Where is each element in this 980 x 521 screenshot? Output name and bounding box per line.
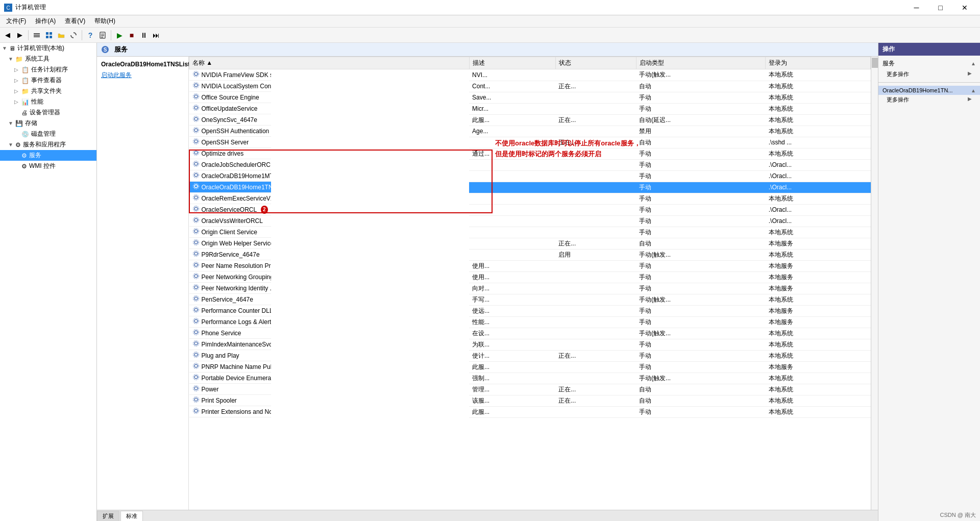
table-row[interactable]: OracleJobSchedulerORCL手动.\Oracl... [189,159,871,170]
table-row[interactable]: Plug and Play使计...正在...手动本地系统 [189,350,871,361]
table-row[interactable]: OfficeUpdateServiceMicr...手动本地系统 [189,103,871,114]
scrollbar-track[interactable] [871,57,878,510]
table-row[interactable]: Portable Device Enumerat...强制...手动(触发...… [189,373,871,384]
step-button[interactable]: ⏭ [151,30,162,41]
tab-standard[interactable]: 标准 [120,511,143,521]
table-row[interactable]: Power管理...正在...自动本地系统 [189,384,871,395]
right-panel-more-actions-1[interactable]: 更多操作 ▶ [878,69,980,79]
table-row[interactable]: P9RdrService_4647e启用手动(触发...本地系统 [189,249,871,260]
service-name-text: Power [202,386,219,393]
table-row[interactable]: OpenSSH Authentication ...Age...禁用本地系统 [189,126,871,137]
cell-desc: 使用... [469,260,555,271]
table-row[interactable]: PimIndexMaintenanceSvc_...为联...手动本地系统 [189,339,871,350]
col-status[interactable]: 状态 [555,57,636,69]
tree-performance[interactable]: ▷ 📊 性能 [0,96,96,107]
cell-desc [469,137,555,148]
cell-status [555,227,636,238]
table-row[interactable]: OracleOraDB19Home1TN...1手动.\Oracl... [189,182,871,193]
right-panel-divider-1 [878,82,980,83]
right-panel-more-actions-2[interactable]: 更多操作 ▶ [878,95,980,105]
tree-services-apps[interactable]: ▼ ⚙ 服务和应用程序 [0,139,96,150]
tree-root-label: 计算机管理(本地) [17,44,64,53]
tree-device-manager[interactable]: 🖨 设备管理器 [0,107,96,118]
right-panel-oracle-item[interactable]: OracleOraDB19Home1TN... ▲ [878,86,980,95]
menu-bar: 文件(F) 操作(A) 查看(V) 帮助(H) [0,15,980,28]
tree-storage[interactable]: ▼ 💾 存储 [0,118,96,129]
show-hide-button[interactable] [31,30,42,41]
svg-point-15 [194,72,198,76]
tree-system-tools[interactable]: ▼ 📁 系统工具 [0,54,96,64]
tree-services[interactable]: ⚙ 服务 [0,150,96,161]
table-row[interactable]: Peer Networking Grouping使用...手动本地服务 [189,271,871,283]
table-row[interactable]: Printer Extensions and Noti此服...手动本地系统 [189,406,871,417]
menu-action[interactable]: 操作(A) [31,16,60,27]
svg-point-62 [193,330,199,335]
col-login[interactable]: 登录为 [766,57,871,69]
tree-shared-label: 共享文件夹 [31,87,62,95]
service-name-text: Plug and Play [202,352,239,359]
table-row[interactable]: OracleRemExecServiceV2手动本地系统 [189,193,871,204]
svg-point-39 [194,207,198,210]
maximize-button[interactable]: □ [929,0,952,15]
cell-status: 启用 [555,249,636,260]
table-row[interactable]: OpenSSH Server正在...自动.\sshd ... [189,137,871,148]
cell-startup: 手动 [636,193,766,204]
svg-rect-3 [34,35,40,36]
table-row[interactable]: PNRP Machine Name Publ...此服...手动本地服务 [189,361,871,373]
table-row[interactable]: Optimize drives通过...手动本地系统 [189,148,871,159]
table-row[interactable]: Print Spooler该服...正在...自动本地系统 [189,395,871,406]
scrollbar-thumb[interactable] [872,58,878,68]
table-row[interactable]: OracleVssWriterORCL手动.\Oracl... [189,215,871,227]
refresh-button[interactable] [68,30,79,41]
svg-point-31 [194,162,198,165]
properties-button[interactable] [97,30,108,41]
tree-event-viewer[interactable]: ▷ 📋 事件查看器 [0,75,96,86]
menu-view[interactable]: 查看(V) [61,16,89,27]
col-startup[interactable]: 启动类型 [636,57,766,69]
table-row[interactable]: OracleOraDB19Home1MT...手动.\Oracl... [189,170,871,182]
pause-button[interactable]: ⏸ [138,30,150,41]
toolbar-sep-2 [82,30,82,40]
table-row[interactable]: PenService_4647e手写...手动(触发...本地系统 [189,294,871,305]
table-row[interactable]: Origin Web Helper Service正在...自动本地服务 [189,238,871,249]
table-row[interactable]: Performance Logs & Alerts性能...手动本地服务 [189,316,871,328]
tree-root[interactable]: ▼ 🖥 计算机管理(本地) [0,43,96,54]
table-row[interactable]: Peer Networking Identity ...向对...手动本地服务 [189,283,871,294]
table-row[interactable]: NVIDIA FrameView SDK se...NVI...手动(触发...… [189,69,871,81]
table-row[interactable]: Office Source EngineSave...手动本地系统 [189,92,871,103]
close-button[interactable]: ✕ [953,0,976,15]
table-row[interactable]: OracleServiceORCL2手动.\Oracl... [189,204,871,215]
right-panel-services-item[interactable]: 服务 ▲ [878,58,980,69]
storage-icon: 💾 [15,120,23,127]
tree-task-label: 任务计划程序 [31,65,68,74]
cell-status [555,126,636,137]
start-service-link[interactable]: 启动此服务 [101,71,132,79]
tree-shared-folders[interactable]: ▷ 📁 共享文件夹 [0,86,96,96]
table-row[interactable]: Performance Counter DLL ...使远...手动本地服务 [189,305,871,316]
minimize-button[interactable]: ─ [905,0,928,15]
cell-desc [469,204,555,215]
table-row[interactable]: NVIDIA LocalSystem Conta...Cont...正在...自… [189,81,871,92]
tree-button[interactable] [43,30,55,41]
folder-button[interactable] [56,30,67,41]
table-row[interactable]: Phone Service在设...手动(触发...本地系统 [189,328,871,339]
tree-wmi[interactable]: ⚙ WMI 控件 [0,161,96,171]
tree-task-scheduler[interactable]: ▷ 📋 任务计划程序 [0,64,96,75]
table-row[interactable]: Origin Client Service手动本地系统 [189,227,871,238]
forward-button[interactable]: ▶ [14,30,26,41]
table-row[interactable]: OneSyncSvc_4647e此服...正在...自动(延迟...本地系统 [189,114,871,126]
tree-disk-management[interactable]: 💿 磁盘管理 [0,129,96,139]
back-button[interactable]: ◀ [2,30,13,41]
col-desc[interactable]: 描述 [469,57,555,69]
table-row[interactable]: Peer Name Resolution Pro...使用...手动本地服务 [189,260,871,271]
col-name[interactable]: 名称 ▲ [189,57,470,69]
play-button[interactable]: ▶ [114,30,125,41]
menu-file[interactable]: 文件(F) [2,16,30,27]
services-table-scroll[interactable]: 名称 ▲ 描述 状态 启动类型 登录为 NVIDIA FrameView SDK… [189,57,871,510]
tab-expand[interactable]: 扩展 [97,511,119,521]
menu-help[interactable]: 帮助(H) [90,16,119,27]
stop-button[interactable]: ■ [126,30,137,41]
cell-status [555,271,636,283]
help-button[interactable]: ? [85,30,96,41]
cell-status [555,92,636,103]
